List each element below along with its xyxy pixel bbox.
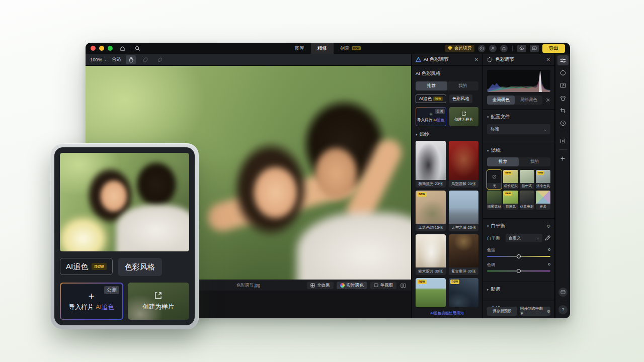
single-view-button[interactable]: 单视图 <box>370 282 397 289</box>
feedback-mail-icon[interactable] <box>558 288 568 297</box>
filter-more-tile[interactable]: 更多 <box>536 191 550 210</box>
realtime-color-button[interactable]: 实时调色 <box>337 282 367 289</box>
slider-knob[interactable] <box>517 269 521 273</box>
preset-card[interactable]: 轻米胶片·30张 <box>416 234 446 275</box>
titlebar-right: 会员续费 导出 <box>445 44 565 53</box>
loupe-tool-icon[interactable] <box>155 55 165 64</box>
filter-section-header[interactable]: ▾ 滤镜 <box>487 147 550 154</box>
create-sample-card[interactable]: 创建为样片 <box>449 107 479 126</box>
minimize-window-button[interactable] <box>99 46 104 51</box>
filter-tile[interactable]: new 清冷古风 <box>536 170 550 189</box>
tab-library[interactable]: 图库 <box>288 43 311 54</box>
hand-tool-button[interactable] <box>126 55 136 64</box>
temperature-slider[interactable] <box>487 256 550 257</box>
tint-slider[interactable] <box>487 270 550 272</box>
ai-trace-chip[interactable]: AI追色 new <box>60 258 113 275</box>
tab-filter-mine[interactable]: 我的 <box>519 157 550 166</box>
plus-icon: ＋ <box>87 291 97 301</box>
preset-card[interactable]: 凤冠霞帔·20张 <box>449 141 479 188</box>
eyedropper-icon[interactable] <box>545 235 550 241</box>
new-badge: new <box>433 97 443 101</box>
profile-section: ▾ 配置文件 标准 ⌄ <box>483 109 554 138</box>
zoom-level-dropdown[interactable]: 100%⌄ <box>90 57 107 62</box>
fit-button[interactable]: 合适 <box>112 56 121 63</box>
filter-label: 无 <box>487 183 502 189</box>
reset-icon[interactable]: ↻ <box>546 224 550 229</box>
help-icon[interactable]: ? <box>558 305 568 314</box>
import-sample-card[interactable]: 公测 ＋ 导入样片 AI追色 <box>60 283 123 320</box>
clothes-icon[interactable] <box>557 93 569 103</box>
filter-tile[interactable]: 新中式 <box>520 170 534 189</box>
preset-card[interactable]: 极简流光·23张 <box>416 141 446 188</box>
membership-button[interactable]: 会员续费 <box>445 45 474 52</box>
new-badge: new <box>504 171 512 175</box>
beauty-face-icon[interactable] <box>557 68 569 78</box>
slider-knob[interactable] <box>517 254 521 258</box>
save-preset-button[interactable]: 保存新预设 <box>487 307 517 316</box>
new-badge: new <box>417 192 427 197</box>
create-sample-card[interactable]: 创建为样片 <box>128 283 190 320</box>
category-wedding[interactable]: ▾ 婚纱 <box>416 131 478 138</box>
support-icon[interactable] <box>478 45 486 52</box>
home-icon[interactable] <box>120 46 125 51</box>
compare-tool-icon[interactable] <box>140 55 150 64</box>
maximize-window-button[interactable] <box>108 46 113 51</box>
tone-section-header[interactable]: ▸ 影调 <box>487 286 550 293</box>
liquify-icon[interactable] <box>557 80 569 90</box>
notification-icon[interactable] <box>500 45 508 52</box>
cloud-upload-icon[interactable] <box>517 45 526 52</box>
preset-card[interactable]: new <box>449 278 479 307</box>
preset-card[interactable]: 天空之城·23张 <box>449 191 479 231</box>
close-icon[interactable]: ✕ <box>474 57 478 62</box>
usage-notice-link[interactable]: AI追色功能使用须知 <box>412 309 482 318</box>
split-view-icon[interactable] <box>400 283 406 288</box>
add-tool-icon[interactable] <box>557 153 569 163</box>
photo-art <box>116 205 189 251</box>
panel-title: AI 色彩调节 <box>424 56 449 63</box>
filter-tile[interactable]: new 日漫风 <box>503 191 518 210</box>
filter-tile[interactable]: 雨雾森林 <box>487 191 502 210</box>
full-effect-button[interactable]: 全效果 <box>307 282 334 289</box>
adjust-scope-tabs: 全局调色 局部调色 <box>487 96 550 105</box>
search-icon[interactable] <box>135 46 140 51</box>
account-icon[interactable] <box>489 45 497 52</box>
profile-section-header[interactable]: ▾ 配置文件 <box>487 114 550 120</box>
tab-local-adjust[interactable]: 局部调色 <box>515 96 542 105</box>
wb-mode-select[interactable]: 自定义 ⌄ <box>506 234 542 242</box>
color-wheel-icon <box>340 283 345 288</box>
sync-button[interactable]: 同步到选中图片 ⚙ <box>520 307 550 316</box>
filter-tile[interactable]: 仿真电影 <box>520 191 534 210</box>
ai-trace-chip[interactable]: AI追色 new <box>416 95 446 103</box>
tab-filter-recommend[interactable]: 推荐 <box>487 157 519 166</box>
filter-none[interactable]: 无 <box>487 170 502 189</box>
profile-select[interactable]: 标准 ⌄ <box>487 124 550 134</box>
tone-section: ▸ 影调 <box>483 282 554 297</box>
export-button[interactable]: 导出 <box>542 44 565 53</box>
tab-global-adjust[interactable]: 全局调色 <box>487 96 515 105</box>
tab-recommend[interactable]: 推荐 <box>416 81 447 90</box>
tint-control: 色调 0 <box>487 262 550 272</box>
crop-icon[interactable] <box>557 106 569 116</box>
auto-adjust-icon[interactable] <box>545 98 550 103</box>
close-icon[interactable]: ✕ <box>546 57 550 62</box>
tab-retouch[interactable]: 精修 <box>311 43 334 54</box>
import-sample-card[interactable]: 公测 ＋ 导入样片 AI追色 <box>416 107 446 126</box>
color-style-chip[interactable]: 色彩风格 <box>118 258 162 276</box>
preset-card[interactable]: 复古南洋·30张 <box>449 234 479 275</box>
id-photo-icon[interactable] <box>557 136 569 146</box>
adjust-sliders-icon[interactable] <box>557 55 569 65</box>
magnifier-chips: AI追色 new 色彩风格 <box>60 258 189 276</box>
white-balance-header[interactable]: ▾ 白平衡 ↻ <box>487 223 550 229</box>
tint-value: 0 <box>548 262 550 267</box>
preset-card[interactable]: new 工笔画韵·15张 <box>416 191 446 231</box>
tab-mine[interactable]: 我的 <box>447 81 479 90</box>
close-window-button[interactable] <box>91 46 96 51</box>
history-clock-icon[interactable] <box>557 118 569 128</box>
share-icon[interactable] <box>530 45 539 52</box>
filter-tile[interactable]: new 成长纪实 <box>503 170 518 189</box>
tab-creative[interactable]: 创意new <box>334 43 368 54</box>
export-frame-icon <box>461 111 466 116</box>
preset-thumb <box>449 191 479 224</box>
preset-card[interactable]: new <box>416 278 446 307</box>
color-style-chip[interactable]: 色彩风格 <box>449 95 472 103</box>
